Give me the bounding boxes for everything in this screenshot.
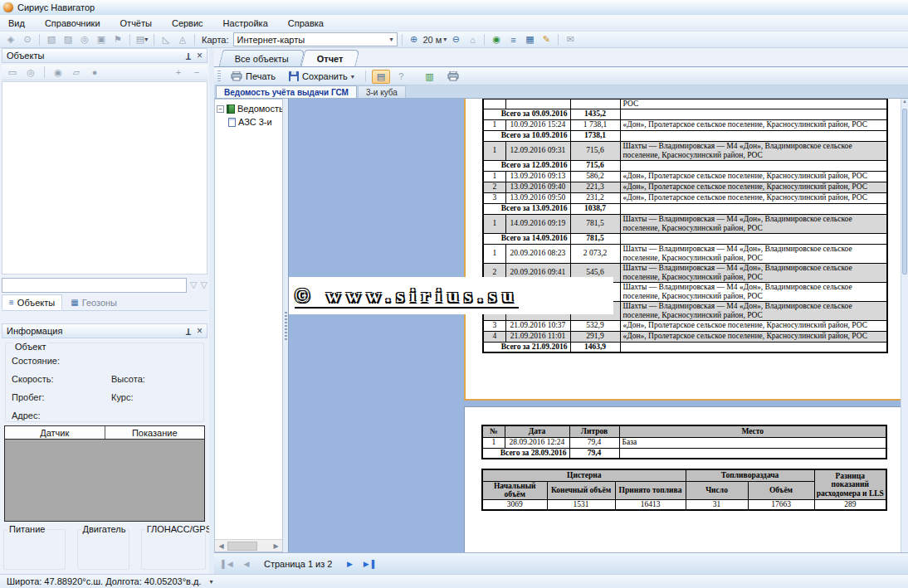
- previous-page-button[interactable]: ◀: [238, 556, 255, 571]
- book-icon: ▥: [425, 71, 433, 82]
- print-button[interactable]: Печать: [226, 70, 281, 83]
- world-icon[interactable]: ◉: [51, 66, 66, 79]
- menu-item-0[interactable]: Вид: [8, 18, 25, 28]
- report-viewport[interactable]: РОСВсего за 09.09.20161435,2110.09.2016 …: [288, 99, 901, 552]
- gnss-groupbox: ГЛОНАСС/GPS: [141, 529, 206, 570]
- edit-icon[interactable]: ✎: [539, 33, 554, 46]
- printer-icon: [231, 71, 242, 81]
- course-label: Курс:: [111, 392, 133, 402]
- close-icon[interactable]: ×: [197, 327, 203, 336]
- toolbar-separator: [39, 34, 40, 46]
- circle-select-icon[interactable]: ◎: [77, 33, 92, 46]
- status-dropdown-icon[interactable]: ▾: [209, 578, 212, 586]
- menu-item-5[interactable]: Справка: [288, 18, 324, 28]
- home-icon[interactable]: ⌂: [465, 33, 480, 46]
- alerts-icon[interactable]: ◬: [175, 33, 190, 46]
- flag-icon[interactable]: ⚑: [110, 33, 125, 46]
- zoom-out-icon[interactable]: ⊖: [448, 33, 463, 46]
- toggle-parameters-button[interactable]: ▤: [372, 70, 390, 84]
- object-filter-input[interactable]: [2, 278, 187, 293]
- help-button[interactable]: ?: [393, 70, 408, 83]
- report-data-row: 321.09.2016 10:37532,9«Дон», Пролетарско…: [483, 320, 887, 331]
- close-icon[interactable]: ×: [197, 51, 203, 61]
- tab-objects-label: Объекты: [17, 298, 55, 308]
- report-tab-secondary[interactable]: 3-и куба: [358, 85, 406, 98]
- report-book-button[interactable]: ▥: [420, 70, 438, 84]
- report-vertical-scrollbar[interactable]: ▲: [901, 99, 908, 552]
- scroll-left-icon[interactable]: ◀: [215, 542, 227, 550]
- pin-icon[interactable]: T: [186, 51, 191, 61]
- scroll-thumb[interactable]: [902, 109, 907, 275]
- mail-icon[interactable]: ✉: [563, 33, 578, 46]
- tab-report[interactable]: Отчет: [300, 50, 359, 66]
- speed-label: Скорость:: [12, 374, 54, 384]
- objects-list[interactable]: [2, 81, 207, 275]
- window-title: Сириус Навигатор: [17, 2, 95, 12]
- report-tab-active[interactable]: Ведомость учёта выдачи ГСМ: [216, 85, 357, 98]
- pan-icon[interactable]: ◈: [3, 33, 18, 46]
- toolbar-separator: [44, 66, 45, 78]
- printer-icon: [447, 71, 459, 81]
- tree-expander-icon[interactable]: −: [217, 105, 224, 113]
- add-object-icon[interactable]: +: [171, 66, 186, 79]
- map-source-select[interactable]: Интернет-карты ▾: [233, 32, 398, 46]
- pin-icon[interactable]: T: [186, 327, 191, 336]
- scroll-up-icon[interactable]: ▲: [901, 99, 908, 107]
- zoom-in-icon[interactable]: ⊕: [407, 33, 422, 46]
- menu-item-4[interactable]: Настройка: [223, 18, 268, 28]
- scale-select[interactable]: 20 м ▾: [423, 35, 447, 45]
- save-button[interactable]: Сохранить ▾: [284, 70, 359, 83]
- object-group-label: Объект: [12, 342, 48, 352]
- globe-icon[interactable]: ◉: [489, 33, 504, 46]
- menu-item-1[interactable]: Справочники: [45, 18, 100, 28]
- truck-icon[interactable]: ▭: [5, 66, 20, 79]
- first-page-button[interactable]: ▌◀: [219, 556, 236, 571]
- tab-all-objects-label: Все объекты: [235, 54, 289, 64]
- power-label: Питание: [7, 524, 46, 534]
- objects-panel-title: Объекты: [7, 51, 44, 61]
- info-panel-body: Объект Состояние: Скорость: Высота: Проб…: [2, 339, 207, 422]
- sphere-icon[interactable]: ●: [87, 66, 102, 79]
- zoom-select-icon[interactable]: ⊙: [20, 33, 35, 46]
- tab-geozones[interactable]: ▦ Геозоны: [64, 294, 124, 310]
- scroll-thumb[interactable]: [227, 542, 257, 551]
- scale-value: 20 м: [423, 35, 442, 45]
- menu-item-3[interactable]: Сервис: [172, 18, 203, 28]
- tree-horizontal-scrollbar[interactable]: ◀ ▶: [215, 539, 282, 552]
- page-setup-button[interactable]: [442, 70, 464, 83]
- layers-icon[interactable]: ▤▾: [134, 33, 149, 46]
- geozone-icon[interactable]: ▦: [522, 33, 537, 46]
- tree-item-azs[interactable]: АЗС 3-и: [215, 115, 282, 129]
- page-navigation-bar: ▌◀ ◀ Страница 1 из 2 ▶ ▶▐: [214, 552, 908, 574]
- measure-icon[interactable]: ◺: [159, 33, 173, 46]
- menu-item-2[interactable]: Отчёты: [120, 18, 152, 28]
- workspace-tabs: Все объекты Отчет: [214, 48, 908, 67]
- tab-all-objects[interactable]: Все объекты: [219, 50, 305, 66]
- map-label: Карта:: [202, 35, 229, 45]
- toolbar-grip[interactable]: [217, 70, 221, 82]
- rect-select-icon[interactable]: ▣: [94, 33, 109, 46]
- vehicle-icon[interactable]: ▱: [69, 66, 84, 79]
- filter-icon[interactable]: ▽: [190, 279, 197, 290]
- gnss-label: ГЛОНАСС/GPS: [145, 524, 213, 534]
- fuel-issue-table-page2: №ДатаЛитровМесто128.09.2016 12:2479,4Баз…: [481, 425, 887, 459]
- save-button-label: Сохранить: [302, 71, 348, 81]
- remove-object-icon[interactable]: −: [189, 66, 204, 79]
- scroll-right-icon[interactable]: ▶: [270, 542, 282, 550]
- left-dock: Объекты T × ▭ ◎ ◉ ▱ ● + − ▽ ▽ ≡ Объекты …: [0, 48, 209, 574]
- toolbar-separator: [194, 34, 195, 46]
- object-list-icon[interactable]: ≡: [505, 33, 520, 46]
- filter-clear-icon[interactable]: ▽: [201, 279, 207, 290]
- report-data-row: 110.09.2016 15:241 738,1«Дон», Пролетарс…: [483, 119, 887, 130]
- tab-geozones-label: Геозоны: [82, 298, 117, 308]
- last-page-button[interactable]: ▶▐: [360, 556, 377, 571]
- tab-objects[interactable]: ≡ Объекты: [2, 294, 62, 310]
- route-icon[interactable]: ▨: [61, 33, 76, 46]
- report-data-row: 421.09.2016 11:01291,9«Дон», Пролетарско…: [483, 331, 887, 342]
- next-page-button[interactable]: ▶: [341, 556, 358, 571]
- follow-icon[interactable]: ◎: [23, 66, 38, 79]
- objects-toolbar: ▭ ◎ ◉ ▱ ● + −: [2, 65, 207, 80]
- map-select-icon[interactable]: ▧: [44, 33, 59, 46]
- tree-item-vedomost[interactable]: − Ведомость: [215, 102, 282, 115]
- left-bottom-tabs: ≡ Объекты ▦ Геозоны: [2, 294, 207, 311]
